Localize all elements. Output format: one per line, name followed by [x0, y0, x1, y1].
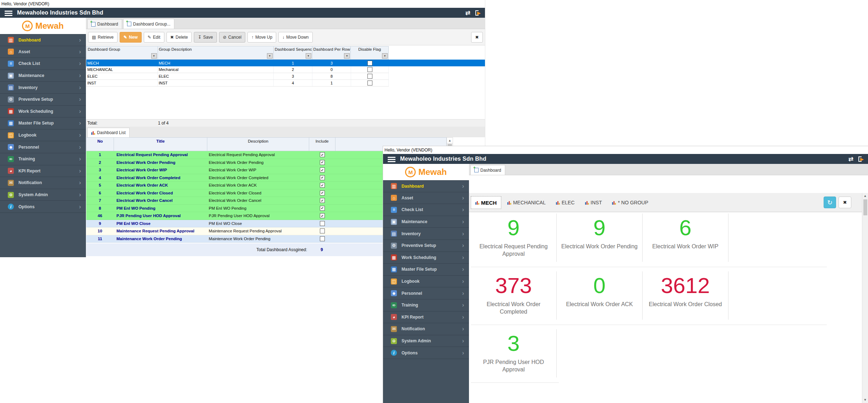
column-header-dashboard-per-row[interactable]: Dashboard Per Row	[312, 46, 351, 53]
sidebar-item-preventive-setup[interactable]: ⚙Preventive Setup›	[383, 240, 469, 252]
dashboard-card-electrical-request-pending-approval[interactable]: 9Electrical Request Pending Approval	[471, 214, 557, 262]
logout-icon[interactable]: ▶	[475, 10, 481, 16]
dashboard-card-electrical-work-order-completed[interactable]: 373Electrical Work Order Completed	[471, 271, 557, 320]
column-header-dashboard-sequence[interactable]: Dashboard Sequence	[274, 46, 312, 53]
column-header-dashboard-group[interactable]: Dashboard Group	[87, 46, 158, 53]
move-down-button[interactable]: ↓Move Down	[278, 32, 312, 43]
filter-dropdown-icon[interactable]: ▾	[344, 53, 350, 59]
sidebar-item-maintenance[interactable]: ▣Maintenance›	[383, 216, 469, 228]
sidebar-item-options[interactable]: iOptions›	[383, 347, 469, 359]
sidebar-item-training[interactable]: IDTraining›	[0, 153, 86, 165]
filter-dropdown-icon[interactable]: ▾	[306, 53, 311, 59]
sidebar-item-kpi-report[interactable]: ◕KPI Report›	[0, 165, 86, 177]
sidebar-item-options[interactable]: iOptions›	[0, 201, 86, 213]
edit-button[interactable]: ✎Edit	[144, 32, 164, 43]
column-header-description[interactable]: Description	[207, 138, 309, 151]
sidebar-item-kpi-report[interactable]: ◕KPI Report›	[383, 311, 469, 324]
retrieve-button[interactable]: ▤Retrieve	[88, 32, 118, 43]
checkbox-checked[interactable]: ✔	[320, 160, 325, 165]
group-tab-mechanical[interactable]: MECHANICAL	[503, 196, 550, 209]
logout-icon[interactable]: ▶	[858, 156, 864, 162]
checkbox-unchecked[interactable]	[367, 67, 372, 72]
sidebar-item-notification[interactable]: ✉Notification›	[383, 323, 469, 335]
sidebar-item-logbook[interactable]: ◫Logbook›	[383, 276, 469, 288]
sidebar-item-training[interactable]: IDTraining›	[383, 299, 469, 311]
checkbox-checked[interactable]: ✔	[320, 152, 325, 157]
refresh-button[interactable]: ↻	[824, 197, 836, 208]
delete-button[interactable]: ✖Delete	[166, 32, 192, 43]
group-tab-no-group[interactable]: * NO GROUP	[608, 196, 653, 209]
column-header-disable-flag[interactable]: Disable Flag	[351, 46, 388, 53]
sidebar-item-inventory[interactable]: ▤Inventory›	[383, 228, 469, 240]
hamburger-menu-icon[interactable]	[5, 10, 12, 17]
checkbox-checked[interactable]: ✔	[320, 175, 325, 180]
filter-dropdown-icon[interactable]: ▾	[151, 53, 157, 59]
group-tab-mech[interactable]: MECH	[471, 196, 501, 209]
close-dashboard-button[interactable]: ✖	[839, 197, 851, 208]
sidebar-item-asset[interactable]: ⌂Asset›	[0, 46, 86, 58]
sync-icon[interactable]: ⇄	[848, 155, 853, 163]
column-header-group-description[interactable]: Group Description	[158, 46, 274, 53]
sync-icon[interactable]: ⇄	[465, 9, 470, 17]
group-tab-inst[interactable]: INST	[581, 196, 606, 209]
sidebar-item-inventory[interactable]: ▤Inventory›	[0, 82, 86, 94]
group-tab-elec[interactable]: ELEC	[552, 196, 579, 209]
scrollbar-up-icon[interactable]: ▲	[447, 138, 453, 143]
tab-dashboard[interactable]: Dashboard	[87, 19, 122, 29]
tab-dashboard-group[interactable]: Dashboard Group...	[123, 19, 174, 29]
checkbox-checked[interactable]: ✔	[320, 206, 325, 211]
checkbox-checked[interactable]: ✔	[320, 213, 325, 218]
checkbox-unchecked[interactable]	[367, 74, 372, 79]
checkbox-unchecked[interactable]	[367, 81, 372, 85]
sidebar-item-master-file-setup[interactable]: ▦Master File Setup›	[383, 264, 469, 276]
sidebar-item-preventive-setup[interactable]: ⚙Preventive Setup›	[0, 94, 86, 106]
filter-dropdown-icon[interactable]: ▾	[267, 53, 273, 59]
save-button[interactable]: ↧Save	[194, 32, 217, 43]
sidebar-item-personnel[interactable]: ☻Personnel›	[383, 287, 469, 299]
sidebar-item-dashboard[interactable]: ▥Dashboard›	[383, 180, 469, 192]
sidebar-item-dashboard[interactable]: ▥Dashboard›	[0, 34, 86, 46]
sidebar-item-system-admin[interactable]: ⊕System Admin›	[0, 189, 86, 201]
group-row-mech[interactable]: MECHMECH13	[86, 60, 485, 66]
group-row-mechanical[interactable]: MECHANICALMechanical20	[86, 66, 389, 73]
sidebar-item-check-list[interactable]: ≡Check List›	[0, 58, 86, 70]
checkbox-checked[interactable]: ✔	[320, 198, 325, 203]
dashboard-card-electrical-work-order-pending[interactable]: 9Electrical Work Order Pending	[557, 214, 643, 262]
column-header-include[interactable]: Include	[309, 138, 335, 151]
column-header-title[interactable]: Title	[114, 138, 207, 151]
group-row-elec[interactable]: ELECELEC38	[86, 73, 389, 80]
move-up-button[interactable]: ↑Move Up	[247, 32, 276, 43]
sidebar-item-maintenance[interactable]: ▣Maintenance›	[0, 70, 86, 82]
group-row-inst[interactable]: INSTINST41	[86, 80, 389, 87]
checkbox-checked[interactable]: ✔	[320, 191, 325, 195]
checkbox-unchecked[interactable]	[320, 221, 325, 226]
tab-dashboard-list[interactable]: Dashboard List	[87, 128, 130, 137]
tab-dashboard[interactable]: Dashboard	[470, 165, 505, 175]
sidebar-item-personnel[interactable]: ☻Personnel›	[0, 141, 86, 153]
sidebar-item-check-list[interactable]: ≡Check List›	[383, 204, 469, 216]
sidebar-item-notification[interactable]: ✉Notification›	[0, 177, 86, 189]
checkbox-unchecked[interactable]	[320, 236, 325, 241]
new-button[interactable]: ✎New	[120, 32, 142, 43]
column-header-no[interactable]: No	[87, 138, 114, 151]
close-screen-button[interactable]: ✖	[471, 32, 483, 43]
checkbox-checked[interactable]: ✔	[320, 167, 325, 172]
sidebar-item-work-scheduling[interactable]: ▦Work Scheduling›	[383, 252, 469, 264]
sidebar-item-work-scheduling[interactable]: ▦Work Scheduling›	[0, 106, 86, 118]
checkbox-unchecked[interactable]	[320, 228, 325, 233]
scrollbar-up-icon[interactable]: ▲	[862, 194, 868, 198]
sidebar-item-system-admin[interactable]: ⊕System Admin›	[383, 335, 469, 347]
sidebar-item-asset[interactable]: ⌂Asset›	[383, 192, 469, 204]
checkbox-checked[interactable]: ✔	[320, 183, 325, 188]
dashboard-card-electrical-work-order-closed[interactable]: 3612Electrical Work Order Closed	[643, 271, 728, 320]
sidebar-item-master-file-setup[interactable]: ▦Master File Setup›	[0, 117, 86, 129]
dashboard-card-pjr-pending-user-hod-approval[interactable]: 3PJR Pending User HOD Approval	[471, 329, 557, 377]
hamburger-menu-icon[interactable]	[388, 156, 395, 163]
dashboard-scrollbar[interactable]: ▲ ▼	[862, 193, 868, 403]
filter-dropdown-icon[interactable]: ▾	[382, 53, 388, 59]
scrollbar-thumb[interactable]	[863, 199, 867, 215]
dashboard-card-electrical-work-order-ack[interactable]: 0Electrical Work Order ACK	[557, 271, 643, 320]
dashboard-card-electrical-work-order-wip[interactable]: 6Electrical Work Order WIP	[643, 214, 728, 262]
scrollbar-down-icon[interactable]: ▼	[862, 398, 868, 402]
sidebar-item-logbook[interactable]: ◫Logbook›	[0, 129, 86, 142]
